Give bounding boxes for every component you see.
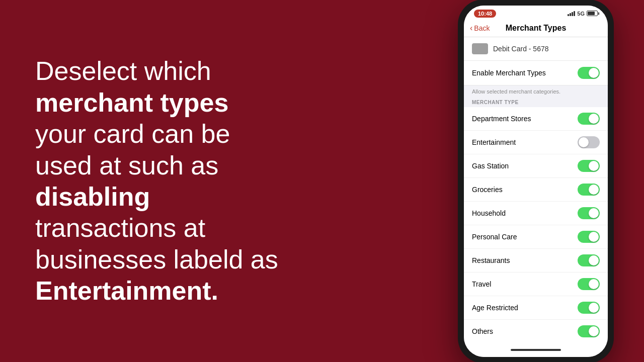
toggle-thumb (589, 161, 599, 171)
back-label[interactable]: Back (474, 24, 490, 32)
section-header: MERCHANT TYPE (464, 97, 608, 107)
merchant-row[interactable]: Entertainment (464, 131, 608, 154)
subtitle-row: Allow selected merchant categories. (464, 85, 608, 97)
back-button[interactable]: ‹ Back (470, 24, 490, 33)
toggle-thumb (589, 303, 599, 313)
phone-mockup: 10:48 5G ‹ B (458, 0, 614, 362)
merchant-name: Age Restricted (472, 304, 518, 312)
enable-label: Enable Merchant Types (472, 69, 546, 77)
phone-body: 10:48 5G ‹ B (458, 0, 614, 362)
merchant-row[interactable]: Restaurants (464, 249, 608, 273)
merchant-name: Department Stores (472, 115, 531, 123)
merchant-toggle-age-restricted[interactable] (578, 302, 600, 314)
toggle-thumb (589, 326, 599, 336)
merchant-toggle-department-stores[interactable] (578, 113, 600, 125)
merchant-toggle-groceries[interactable] (578, 184, 600, 196)
main-text: Deselect which merchant types your card … (35, 55, 433, 306)
toggle-thumb (589, 279, 599, 289)
nav-title: Merchant Types (506, 24, 567, 33)
merchant-name: Others (472, 327, 493, 335)
toggle-thumb (589, 208, 599, 218)
enable-toggle[interactable] (578, 67, 600, 79)
merchant-toggle-household[interactable] (578, 207, 600, 219)
merchant-name: Household (472, 209, 506, 217)
card-header: Debit Card - 5678 (464, 37, 608, 61)
phone-screen: 10:48 5G ‹ B (464, 6, 608, 357)
battery-icon (587, 11, 598, 16)
toggle-thumb (589, 255, 599, 265)
status-bar: 10:48 5G (464, 6, 608, 20)
subtitle-text: Allow selected merchant categories. (472, 88, 560, 95)
chevron-left-icon: ‹ (470, 24, 472, 33)
merchant-toggle-restaurants[interactable] (578, 254, 600, 266)
merchant-toggle-travel[interactable] (578, 278, 600, 290)
status-time: 10:48 (474, 10, 496, 18)
merchant-name: Travel (472, 280, 491, 288)
merchant-name: Entertainment (472, 138, 516, 146)
merchant-name: Gas Station (472, 162, 509, 170)
merchant-row[interactable]: Groceries (464, 178, 608, 202)
merchant-toggle-gas-station[interactable] (578, 160, 600, 172)
merchant-name: Groceries (472, 186, 503, 194)
toggle-thumb (579, 137, 589, 147)
left-panel: Deselect which merchant types your card … (0, 25, 458, 336)
enable-merchant-types-row[interactable]: Enable Merchant Types (464, 61, 608, 85)
toggle-thumb (589, 68, 599, 78)
nav-bar: ‹ Back Merchant Types (464, 20, 608, 37)
toggle-thumb (589, 114, 599, 124)
merchant-row[interactable]: Department Stores (464, 107, 608, 131)
merchant-toggle-entertainment[interactable] (578, 136, 600, 148)
status-icons: 5G (568, 11, 598, 17)
merchant-row[interactable]: Age Restricted (464, 296, 608, 320)
toggle-thumb (589, 232, 599, 242)
merchant-name: Restaurants (472, 256, 510, 264)
card-icon (472, 43, 488, 54)
toggle-thumb (589, 185, 599, 195)
merchant-row[interactable]: Gas Station (464, 154, 608, 178)
merchant-list: Department StoresEntertainmentGas Statio… (464, 107, 608, 343)
merchant-row[interactable]: Travel (464, 273, 608, 296)
merchant-row[interactable]: Personal Care (464, 225, 608, 249)
signal-bars-icon (568, 11, 575, 16)
merchant-name: Personal Care (472, 233, 517, 241)
merchant-row[interactable]: Others (464, 320, 608, 343)
merchant-row[interactable]: Household (464, 202, 608, 225)
network-label: 5G (577, 11, 585, 17)
merchant-toggle-others[interactable] (578, 325, 600, 337)
home-bar (511, 349, 561, 351)
home-indicator (464, 343, 608, 357)
merchant-toggle-personal-care[interactable] (578, 231, 600, 243)
card-label: Debit Card - 5678 (493, 45, 549, 53)
